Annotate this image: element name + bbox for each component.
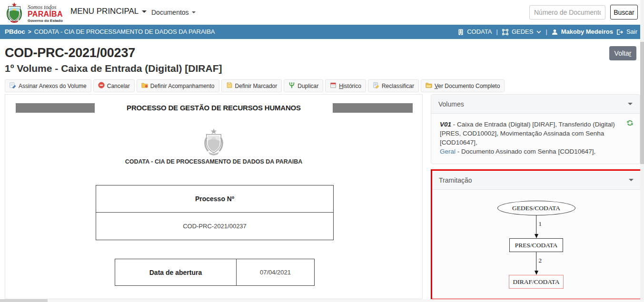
chevron-down-icon bbox=[142, 10, 147, 13]
volume-geral-link[interactable]: Geral bbox=[440, 148, 456, 155]
toolbar-button-label: Definir Acompanhamento bbox=[150, 83, 215, 89]
toolbar-button-label: Reclassificar bbox=[382, 83, 414, 89]
duplicar-button[interactable]: Duplicar bbox=[284, 79, 323, 92]
volume-v01-label: V01 bbox=[440, 121, 451, 128]
flow-edge-arrow: 2 bbox=[527, 252, 546, 275]
sair-link[interactable]: Sair bbox=[626, 25, 637, 39]
document-org-line: CODATA - CIA DE PROCESSAMENTO DE DADOS D… bbox=[5, 158, 422, 165]
brand-name: PARAÍBA bbox=[28, 10, 63, 18]
reclassificar-button[interactable]: Reclassificar bbox=[368, 79, 419, 92]
flow-node-pres-codata: PRES/CODATA bbox=[509, 238, 563, 252]
divider: | bbox=[545, 25, 548, 39]
history-icon bbox=[330, 82, 337, 90]
definir-marcador-button[interactable]: Definir Marcador bbox=[221, 79, 282, 92]
ver-documento-completo-button[interactable]: Ver Documento Completo bbox=[421, 79, 505, 92]
cancelar-button[interactable]: Cancelar bbox=[93, 79, 135, 92]
refresh-icon[interactable] bbox=[626, 119, 634, 129]
volumes-panel: Volumes V01 - Caixa de Entrada (Digital)… bbox=[431, 94, 640, 164]
page-title: COD-PRC-2021/00237 bbox=[5, 46, 135, 60]
menu-principal-dropdown[interactable]: MENU PRINCIPAL bbox=[70, 7, 147, 16]
horizontal-scrollbar[interactable] bbox=[0, 299, 644, 302]
horizontal-scrollbar-thumb[interactable] bbox=[0, 299, 48, 302]
menu-principal-label: MENU PRINCIPAL bbox=[70, 7, 139, 16]
assinar-anexos-button[interactable]: Assinar Anexos do Volume bbox=[5, 79, 91, 92]
data-abertura-label: Data de abertura bbox=[115, 259, 237, 285]
data-abertura-value: 07/04/2021 bbox=[237, 259, 314, 285]
buscar-button[interactable]: Buscar bbox=[610, 5, 638, 19]
breadcrumb-separator-icon: > bbox=[28, 25, 31, 39]
sign-pen-icon bbox=[10, 82, 16, 90]
volume-v01-text: - Caixa de Entrada (Digital) [DIRAF], Tr… bbox=[440, 121, 615, 146]
current-user[interactable]: Makoby Medeiros bbox=[561, 25, 613, 39]
toolbar-button-label: Ver Documento Completo bbox=[435, 83, 500, 89]
open-folder-icon bbox=[426, 82, 432, 90]
tramitacao-panel-highlighted: Tramitação GEDES/CODATA1PRES/CODATA2DIRA… bbox=[431, 169, 642, 300]
flow-edge-label: 2 bbox=[539, 257, 542, 264]
collapse-chevron-icon[interactable] bbox=[629, 179, 634, 181]
breadcrumb: PBdoc > CODATA - CIA DE PROCESSAMENTO DE… bbox=[5, 25, 215, 39]
flow-node-diraf-codata: DIRAF/CODATA bbox=[509, 275, 564, 289]
tramitacao-flowchart: GEDES/CODATA1PRES/CODATA2DIRAF/CODATA bbox=[432, 190, 640, 298]
volumes-title: Volumes bbox=[438, 100, 464, 108]
paraiba-crest-icon bbox=[4, 2, 25, 25]
collapse-chevron-icon[interactable] bbox=[628, 103, 633, 105]
org-switcher[interactable]: CODATA bbox=[467, 25, 492, 39]
top-header: Somos todos PARAÍBA Governo do Estado ME… bbox=[0, 0, 644, 25]
tramitacao-title: Tramitação bbox=[439, 176, 472, 184]
building-icon bbox=[458, 29, 464, 35]
voltar-accesskey: r bbox=[629, 49, 632, 57]
flow-node-gedes-codata: GEDES/CODATA bbox=[497, 201, 575, 215]
processo-value: COD-PRC-2021/00237 bbox=[96, 213, 333, 240]
page-subtitle: 1º Volume - Caixa de Entrada (Digital) [… bbox=[5, 63, 222, 74]
volumes-panel-header[interactable]: Volumes bbox=[431, 95, 640, 114]
fork-icon bbox=[288, 82, 295, 90]
user-icon bbox=[552, 29, 558, 35]
frame-icon bbox=[502, 29, 508, 35]
voltar-label: Volta bbox=[614, 49, 629, 57]
volume-geral-text: - Documento Assinado com Senha [COD10647… bbox=[456, 148, 595, 155]
documentos-label: Documentos bbox=[151, 9, 189, 16]
document-number-input[interactable] bbox=[529, 5, 605, 19]
tramitacao-panel-header[interactable]: Tramitação bbox=[432, 171, 640, 190]
toolbar-button-label: Cancelar bbox=[107, 83, 130, 89]
chevron-down-icon bbox=[192, 11, 196, 13]
pbdoc-home-link[interactable]: PBdoc bbox=[5, 25, 25, 39]
toolbar-button-label: Assinar Anexos do Volume bbox=[19, 83, 87, 89]
volumes-body: V01 - Caixa de Entrada (Digital) [DIRAF]… bbox=[431, 114, 640, 156]
gedes-dropdown[interactable]: GEDES bbox=[512, 25, 534, 39]
document-heading: PROCESSO DE GESTÃO DE RECURSOS HUMANOS bbox=[5, 104, 422, 112]
arrowhead-down-icon bbox=[535, 234, 538, 238]
breadcrumb-org: CODATA - CIA DE PROCESSAMENTO DE DADOS D… bbox=[34, 25, 215, 39]
folder-follow-icon bbox=[141, 82, 148, 90]
historico-button[interactable]: Histórico bbox=[325, 79, 366, 92]
vertical-scrollbar-thumb[interactable] bbox=[640, 42, 644, 164]
divider: | bbox=[495, 25, 498, 39]
session-info: CODATA | GEDES | Makoby Medeiros Sair bbox=[458, 25, 637, 39]
chevron-down-icon[interactable] bbox=[536, 30, 541, 34]
processo-label: Processo Nº bbox=[96, 185, 333, 213]
brand-subtitle: Governo do Estado bbox=[28, 19, 63, 23]
paraiba-crest-grayscale-icon bbox=[201, 128, 227, 157]
flow-edge-arrow: 1 bbox=[527, 215, 546, 238]
documentos-dropdown[interactable]: Documentos bbox=[151, 9, 196, 16]
cancel-icon bbox=[98, 82, 105, 90]
document-preview-card: PROCESSO DE GESTÃO DE RECURSOS HUMANOS C… bbox=[5, 94, 423, 299]
vertical-scrollbar[interactable] bbox=[640, 0, 644, 302]
processo-table: Processo Nº COD-PRC-2021/00237 bbox=[96, 185, 334, 240]
brand-script: Somos todos bbox=[28, 4, 63, 10]
marker-icon bbox=[226, 82, 233, 90]
voltar-button[interactable]: Voltar bbox=[609, 46, 636, 60]
logout-icon[interactable] bbox=[616, 29, 623, 35]
arrowhead-down-icon bbox=[535, 271, 538, 275]
flow-edge-label: 1 bbox=[539, 220, 542, 228]
toolbar-button-label: Definir Marcador bbox=[235, 83, 277, 89]
document-toolbar: Assinar Anexos do VolumeCancelarDefinir … bbox=[5, 79, 505, 92]
definir-acompanhamento-button[interactable]: Definir Acompanhamento bbox=[137, 79, 219, 92]
breadcrumb-bar: PBdoc > CODATA - CIA DE PROCESSAMENTO DE… bbox=[0, 25, 644, 39]
reclassify-icon bbox=[373, 82, 379, 90]
paraiba-logo: Somos todos PARAÍBA Governo do Estado bbox=[4, 2, 63, 25]
data-abertura-table: Data de abertura 07/04/2021 bbox=[115, 259, 315, 286]
toolbar-button-label: Duplicar bbox=[297, 83, 318, 89]
toolbar-button-label: Histórico bbox=[339, 83, 361, 89]
